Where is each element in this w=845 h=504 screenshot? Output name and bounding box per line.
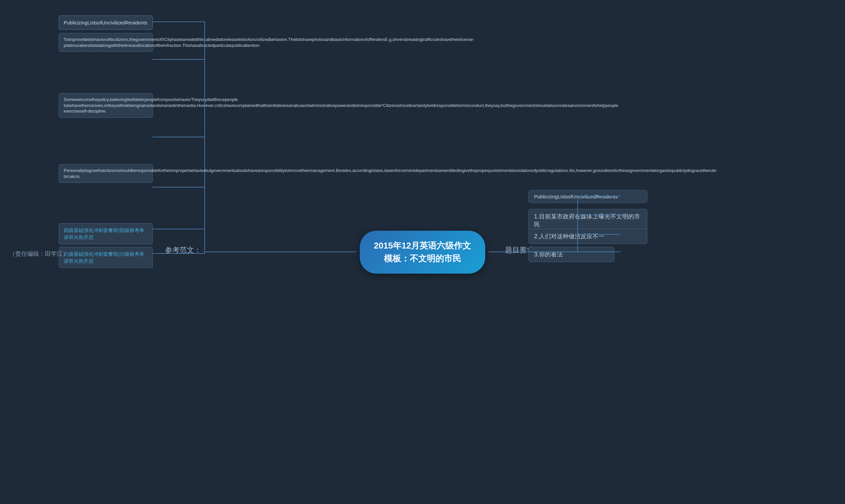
central-line1: 2015年12月英语六级作文 [374,239,471,252]
left-node-para2: Somewelcomethepolicy,believingitwilldete… [59,93,153,118]
central-node: 2015年12月英语六级作文 模板：不文明的市民 [360,231,485,274]
left-node-cet6[interactable]: 六级基础强化冲刺套餐班|六级模考串讲班火热开启 [59,247,153,268]
right-node-item3: 3.你的看法 [528,247,614,262]
responsibility-editor: （责任编辑：田学江） [9,250,69,258]
left-node-title: PublicizingListsofUncivilizedResidents [59,16,153,30]
right-node-item2: 2.人们对这种做法反应不一 [528,229,647,244]
right-node-title: PublicizingListsofUncivilizedResidents [528,190,647,203]
left-node-para1: Toimprovetbebehaviorofitscitizens,thegov… [59,33,153,52]
left-label: 参考范文： [165,245,201,255]
left-node-cet4[interactable]: 四级基础强化冲刺套餐班|四级模考串讲班火热开启 [59,223,153,244]
left-node-para3: PersonatlytIagreethatcitizensshouldberes… [59,164,153,183]
central-line2: 模板：不文明的市民 [374,252,471,265]
